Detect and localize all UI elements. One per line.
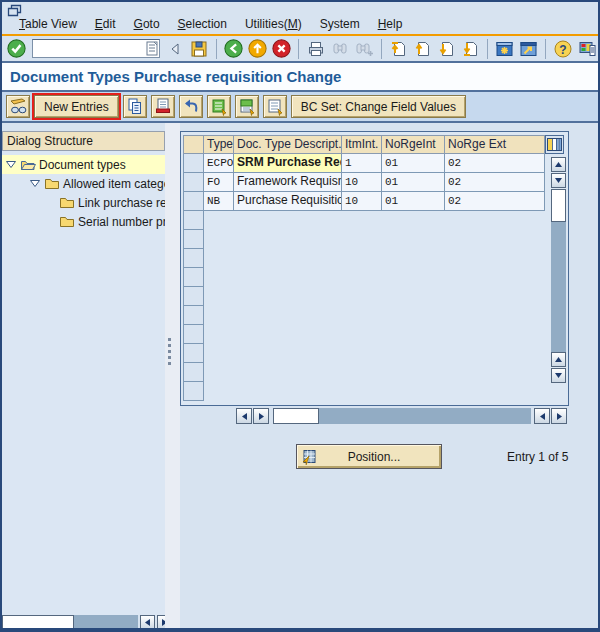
- cell-desc[interactable]: SRM Purchase Request: [234, 154, 342, 173]
- menu-table-view[interactable]: Table View: [10, 15, 86, 33]
- cell-desc[interactable]: Framework Requisn: [234, 173, 342, 192]
- next-page-icon[interactable]: [435, 38, 457, 60]
- row-selector[interactable]: [183, 325, 204, 344]
- select-block-icon[interactable]: [235, 95, 259, 118]
- cell-norgeint[interactable]: 01: [382, 173, 445, 192]
- scrollbar-track[interactable]: [319, 408, 531, 424]
- scrollbar-track[interactable]: [74, 615, 138, 630]
- row-selector[interactable]: [183, 344, 204, 363]
- open-folder-icon: [20, 158, 36, 171]
- row-selector[interactable]: [183, 268, 204, 287]
- tree-horizontal-scrollbar[interactable]: [2, 615, 173, 630]
- table-vertical-scrollbar[interactable]: [551, 157, 566, 384]
- undo-icon[interactable]: [179, 95, 203, 118]
- row-selector[interactable]: [183, 173, 204, 192]
- scrollbar-thumb[interactable]: [551, 189, 566, 222]
- col-header-norgeint[interactable]: NoRgeInt: [382, 135, 445, 154]
- tree-item-link-purchase-req[interactable]: Link purchase req: [2, 193, 165, 212]
- customize-icon[interactable]: [576, 38, 598, 60]
- col-header-norgeext[interactable]: NoRge Ext: [445, 135, 545, 154]
- create-shortcut-icon[interactable]: [518, 38, 540, 60]
- row-selector[interactable]: [183, 306, 204, 325]
- entry-count-label: Entry 1 of 5: [507, 450, 568, 464]
- menu-goto[interactable]: Goto: [125, 15, 169, 33]
- scroll-down-icon[interactable]: [551, 173, 566, 188]
- scroll-down-icon[interactable]: [551, 368, 566, 383]
- tree-item-allowed-item-categories[interactable]: Allowed item catego: [2, 174, 165, 193]
- row-selector[interactable]: [183, 363, 204, 382]
- dialog-structure-header: Dialog Structure: [2, 131, 165, 151]
- change-display-icon[interactable]: [6, 95, 30, 118]
- cell-itmint[interactable]: 1: [342, 154, 382, 173]
- row-selector[interactable]: [183, 249, 204, 268]
- scroll-left-icon[interactable]: [534, 408, 550, 424]
- scroll-right-icon[interactable]: [253, 408, 269, 424]
- deselect-all-icon[interactable]: [263, 95, 287, 118]
- tree-item-serial-number-profile[interactable]: Serial number pro: [2, 212, 165, 231]
- scrollbar-thumb[interactable]: [2, 615, 74, 630]
- row-selector[interactable]: [183, 382, 204, 401]
- collapse-icon[interactable]: [164, 38, 186, 60]
- select-all-icon[interactable]: [207, 95, 231, 118]
- command-field[interactable]: [32, 39, 160, 58]
- cell-norgeint[interactable]: 01: [382, 192, 445, 211]
- cell-type[interactable]: ECPO: [204, 154, 234, 173]
- exit-icon[interactable]: [246, 38, 268, 60]
- col-header-itmint[interactable]: ItmInt.: [342, 135, 382, 154]
- scrollbar-thumb[interactable]: [273, 408, 319, 424]
- scroll-up-icon[interactable]: [551, 157, 566, 172]
- help-icon[interactable]: ?: [552, 38, 574, 60]
- delete-icon[interactable]: [151, 95, 175, 118]
- back-icon[interactable]: [222, 38, 244, 60]
- row-selector[interactable]: [183, 287, 204, 306]
- scrollbar-track[interactable]: [551, 222, 566, 352]
- svg-text:?: ?: [560, 42, 567, 56]
- cancel-icon[interactable]: [270, 38, 292, 60]
- table-horizontal-scrollbar[interactable]: [236, 408, 568, 424]
- cell-norgeint[interactable]: 01: [382, 154, 445, 173]
- scroll-left-icon[interactable]: [236, 408, 252, 424]
- tree-item-document-types[interactable]: Document types: [2, 155, 165, 174]
- scroll-up-icon[interactable]: [551, 352, 566, 367]
- scroll-left-icon[interactable]: [140, 615, 155, 630]
- row-selector[interactable]: [183, 230, 204, 249]
- command-history-icon: [146, 41, 159, 56]
- col-header-type[interactable]: Type: [204, 135, 234, 154]
- command-input[interactable]: [33, 41, 146, 56]
- col-header-desc[interactable]: Doc. Type Descript.: [234, 135, 342, 154]
- menu-edit[interactable]: Edit: [86, 15, 125, 33]
- prev-page-icon[interactable]: [411, 38, 433, 60]
- cell-itmint[interactable]: 10: [342, 173, 382, 192]
- menu-utilities[interactable]: Utilities(M): [236, 15, 311, 33]
- row-selector[interactable]: [183, 211, 204, 230]
- cell-itmint[interactable]: 10: [342, 192, 382, 211]
- cell-type[interactable]: NB: [204, 192, 234, 211]
- first-page-icon[interactable]: [387, 38, 409, 60]
- enter-icon[interactable]: [6, 38, 28, 60]
- position-icon: [301, 449, 317, 465]
- menu-system[interactable]: System: [311, 15, 369, 33]
- cell-norgeext[interactable]: 02: [445, 173, 545, 192]
- cell-norgeext[interactable]: 02: [445, 154, 545, 173]
- new-session-icon[interactable]: [494, 38, 516, 60]
- row-selector[interactable]: [183, 192, 204, 211]
- cell-type[interactable]: FO: [204, 173, 234, 192]
- select-all-header-cell[interactable]: [183, 135, 204, 154]
- cell-norgeext[interactable]: 02: [445, 192, 545, 211]
- last-page-icon[interactable]: [459, 38, 481, 60]
- application-toolbar: New Entries BC Set: Change Field Values: [2, 92, 598, 123]
- save-icon[interactable]: [188, 38, 210, 60]
- print-icon[interactable]: [305, 38, 327, 60]
- position-button[interactable]: Position...: [296, 444, 442, 469]
- new-entries-button[interactable]: New Entries: [34, 95, 119, 118]
- panel-splitter[interactable]: [165, 123, 180, 628]
- cell-desc[interactable]: Purchase Requisition: [234, 192, 342, 211]
- table-config-icon[interactable]: [545, 135, 564, 154]
- row-selector[interactable]: [183, 154, 204, 173]
- bc-set-button[interactable]: BC Set: Change Field Values: [291, 95, 466, 118]
- menu-selection[interactable]: Selection: [169, 15, 236, 33]
- splitter-grip[interactable]: [168, 338, 171, 365]
- scroll-right-icon[interactable]: [551, 408, 567, 424]
- menu-help[interactable]: Help: [369, 15, 412, 33]
- copy-as-icon[interactable]: [123, 95, 147, 118]
